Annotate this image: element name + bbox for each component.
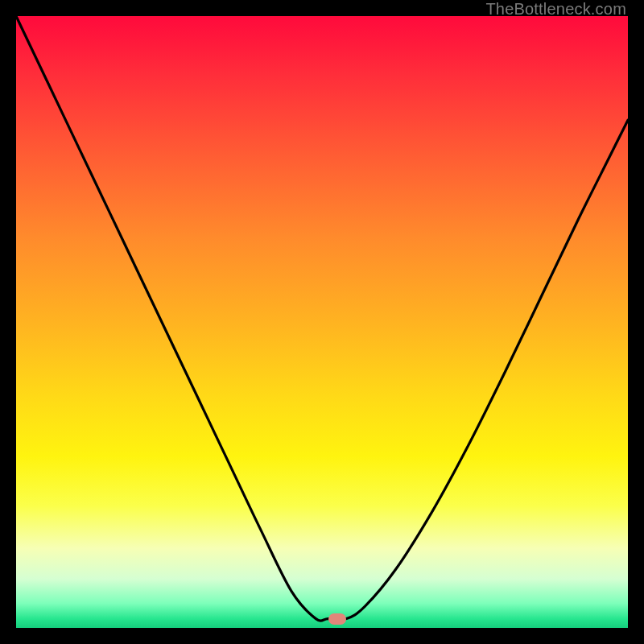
chart-frame: TheBottleneck.com (0, 0, 644, 644)
plot-area (16, 16, 628, 628)
optimum-marker (328, 613, 346, 625)
watermark-text: TheBottleneck.com (485, 0, 626, 19)
bottleneck-curve (16, 16, 628, 628)
